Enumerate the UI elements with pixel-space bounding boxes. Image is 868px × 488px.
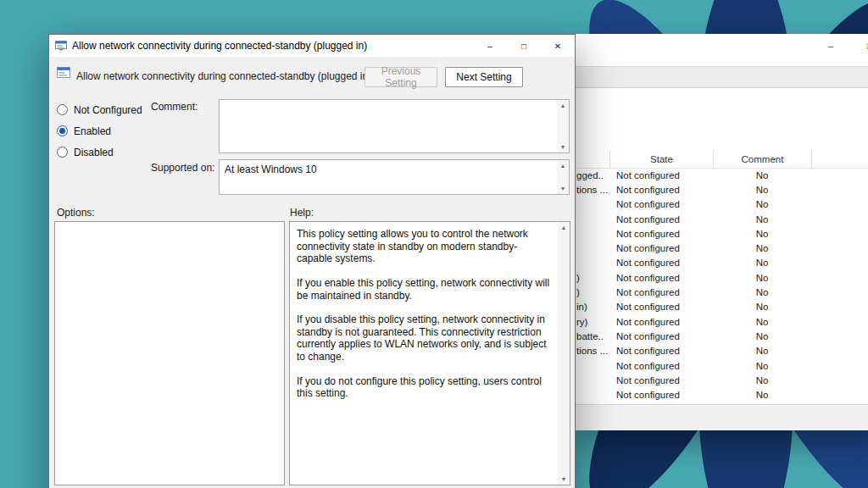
options-label: Options:: [57, 207, 95, 219]
radio-circle-icon[interactable]: [57, 147, 68, 158]
help-text: This policy setting allows you to contro…: [290, 222, 557, 485]
radio-group: Not ConfiguredEnabledDisabled: [57, 99, 142, 163]
next-setting-button[interactable]: Next Setting: [445, 67, 523, 87]
scroll-up-icon[interactable]: ▲: [557, 160, 569, 171]
supported-on-box[interactable]: At least Windows 10 ▲ ▼: [219, 159, 570, 195]
supported-on-value: At least Windows 10: [225, 164, 554, 175]
scroll-up-icon[interactable]: ▲: [557, 100, 569, 111]
policy-row[interactable]: ry)Not configuredNo: [576, 314, 868, 329]
gp-toolbar: [576, 66, 868, 88]
help-paragraph: If you disable this policy setting, netw…: [297, 313, 552, 363]
policy-row[interactable]: in)Not configuredNo: [576, 300, 868, 314]
desktop: – □ State Comment gged..Not configuredNo…: [0, 0, 868, 488]
policy-row[interactable]: Not configuredNo: [576, 226, 868, 241]
policy-row[interactable]: gged..Not configuredNo: [576, 168, 868, 182]
dialog-titlebar[interactable]: Allow network connectivity during connec…: [49, 35, 575, 57]
radio-disabled[interactable]: Disabled: [57, 141, 142, 163]
supported-on-scrollbar[interactable]: ▲ ▼: [557, 160, 569, 194]
gp-maximize-button[interactable]: □: [850, 34, 868, 58]
comment-textarea[interactable]: ▲ ▼: [219, 99, 570, 153]
policy-row[interactable]: Not configuredNo: [576, 256, 868, 270]
help-paragraph: If you enable this policy setting, netwo…: [297, 277, 552, 302]
policy-setting-icon: [57, 66, 71, 80]
policy-setting-dialog: Allow network connectivity during connec…: [48, 34, 576, 488]
dialog-caption-buttons: – □ ✕: [473, 35, 575, 57]
radio-label: Not Configured: [74, 104, 142, 116]
policy-row[interactable]: )Not configuredNo: [576, 285, 868, 299]
dialog-maximize-button[interactable]: □: [507, 35, 541, 57]
policy-row[interactable]: Not configuredNo: [576, 241, 868, 255]
help-label: Help:: [290, 207, 314, 219]
radio-circle-icon[interactable]: [57, 125, 68, 136]
column-header-setting-tail[interactable]: [576, 151, 609, 168]
gp-menubar: [576, 58, 868, 66]
options-panel: [54, 221, 285, 485]
gp-list-header: State Comment: [576, 151, 868, 169]
radio-circle-icon[interactable]: [57, 104, 68, 115]
supported-on-label: Supported on:: [151, 162, 214, 174]
radio-not-configured[interactable]: Not Configured: [57, 99, 142, 120]
gp-minimize-button[interactable]: –: [811, 34, 850, 58]
radio-label: Disabled: [74, 147, 114, 158]
policy-row[interactable]: Not configuredNo: [576, 197, 868, 212]
radio-label: Enabled: [74, 125, 111, 137]
comment-scrollbar[interactable]: ▲ ▼: [557, 100, 569, 152]
policy-table-body: gged..Not configuredNotions ...Not confi…: [576, 168, 868, 405]
column-header-spacer: [811, 151, 868, 168]
radio-enabled[interactable]: Enabled: [57, 120, 142, 141]
policy-row[interactable]: Not configuredNo: [576, 373, 868, 387]
policy-row[interactable]: Not configuredNo: [576, 387, 868, 402]
scroll-down-icon[interactable]: ▼: [557, 183, 569, 194]
gp-horizontal-scrollbar[interactable]: [576, 404, 868, 430]
scroll-up-icon[interactable]: ▲: [558, 222, 570, 233]
policy-row[interactable]: batte..Not configuredNo: [576, 329, 868, 343]
previous-setting-button[interactable]: Previous Setting: [364, 67, 437, 87]
dialog-title: Allow network connectivity during connec…: [72, 40, 367, 52]
gp-titlebar[interactable]: – □: [576, 34, 868, 58]
policy-setting-name: Allow network connectivity during connec…: [76, 70, 371, 82]
scroll-down-icon[interactable]: ▼: [558, 474, 570, 485]
column-header-comment[interactable]: Comment: [713, 151, 811, 168]
dialog-close-button[interactable]: ✕: [541, 35, 575, 57]
policy-row[interactable]: Not configuredNo: [576, 212, 868, 226]
policy-row[interactable]: tions ...Not configuredNo: [576, 182, 868, 197]
column-header-state[interactable]: State: [609, 151, 713, 168]
scroll-down-icon[interactable]: ▼: [557, 141, 569, 152]
gp-policy-list: State Comment gged..Not configuredNotion…: [576, 122, 868, 405]
help-paragraph: This policy setting allows you to contro…: [297, 228, 552, 265]
policy-row[interactable]: )Not configuredNo: [576, 270, 868, 285]
dialog-titlebar-icon: [55, 40, 67, 52]
help-paragraph: If you do not configure this policy sett…: [297, 375, 552, 400]
policy-row[interactable]: Not configuredNo: [576, 358, 868, 373]
policy-row[interactable]: tions ...Not configuredNo: [576, 344, 868, 358]
group-policy-editor-window: – □ State Comment gged..Not configuredNo…: [576, 34, 868, 430]
help-scrollbar[interactable]: ▲ ▼: [558, 222, 570, 485]
dialog-minimize-button[interactable]: –: [473, 35, 507, 57]
help-panel: This policy setting allows you to contro…: [289, 221, 570, 485]
comment-label: Comment:: [151, 101, 198, 113]
